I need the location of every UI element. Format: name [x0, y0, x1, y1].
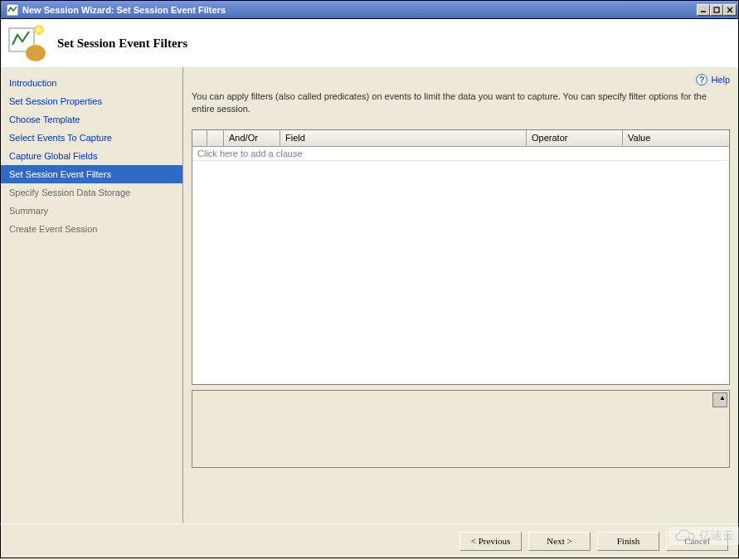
svg-point-7: [26, 45, 46, 61]
finish-button[interactable]: Finish: [597, 532, 659, 551]
sidebar-item-set-session-properties[interactable]: Set Session Properties: [1, 92, 182, 110]
grid-col-value[interactable]: Value: [623, 130, 729, 146]
window-titlebar: New Session Wizard: Set Session Event Fi…: [0, 0, 739, 19]
page-description: You can apply filters (also called predi…: [192, 90, 730, 116]
grid-col-marker[interactable]: [207, 130, 224, 146]
sidebar-item-capture-global-fields[interactable]: Capture Global Fields: [1, 147, 182, 165]
app-icon: [6, 3, 19, 17]
grid-header: And/Or Field Operator Value: [192, 130, 729, 147]
minimize-button[interactable]: [697, 4, 710, 16]
sidebar-item-specify-storage: Specify Session Data Storage: [1, 183, 182, 202]
sidebar-item-create-event-session: Create Event Session: [1, 220, 182, 238]
main-panel: ? Help You can apply filters (also calle…: [183, 67, 738, 523]
watermark: 亿速云: [669, 527, 739, 545]
window-title: New Session Wizard: Set Session Event Fi…: [22, 5, 697, 15]
details-pane: ▲: [192, 390, 730, 468]
svg-point-9: [684, 536, 686, 538]
grid-col-field[interactable]: Field: [280, 130, 527, 146]
maximize-button[interactable]: [710, 4, 723, 16]
wizard-body: Introduction Set Session Properties Choo…: [0, 67, 739, 523]
grid-col-operator[interactable]: Operator: [527, 130, 623, 146]
watermark-text: 亿速云: [699, 528, 734, 543]
wizard-footer: < Previous Next > Finish Cancel: [0, 523, 739, 558]
grid-body[interactable]: Click here to add a clause: [192, 147, 729, 384]
next-button[interactable]: Next >: [528, 532, 591, 551]
page-title: Set Session Event Filters: [57, 37, 187, 51]
grid-col-andor[interactable]: And/Or: [224, 130, 280, 146]
sidebar-item-introduction[interactable]: Introduction: [1, 74, 182, 92]
wizard-icon: [7, 23, 47, 63]
filters-grid[interactable]: And/Or Field Operator Value Click here t…: [192, 129, 730, 385]
scroll-up-icon[interactable]: ▲: [719, 394, 726, 402]
previous-button[interactable]: < Previous: [459, 532, 522, 551]
wizard-header: Set Session Event Filters: [0, 19, 739, 67]
sidebar-item-choose-template[interactable]: Choose Template: [1, 110, 182, 129]
svg-point-10: [688, 536, 689, 538]
sidebar-item-select-events[interactable]: Select Events To Capture: [1, 129, 182, 147]
add-clause-row[interactable]: Click here to add a clause: [192, 147, 729, 161]
svg-point-8: [681, 536, 683, 538]
sidebar-item-summary: Summary: [1, 202, 182, 220]
grid-col-selector[interactable]: [192, 130, 207, 146]
close-button[interactable]: [723, 4, 737, 16]
svg-rect-2: [714, 7, 719, 12]
help-icon: ?: [696, 74, 707, 85]
help-link[interactable]: Help: [711, 75, 730, 85]
wizard-sidebar: Introduction Set Session Properties Choo…: [1, 67, 183, 523]
cloud-icon: [674, 528, 696, 543]
window-controls: [697, 4, 737, 16]
sidebar-item-set-session-event-filters[interactable]: Set Session Event Filters: [1, 165, 182, 183]
